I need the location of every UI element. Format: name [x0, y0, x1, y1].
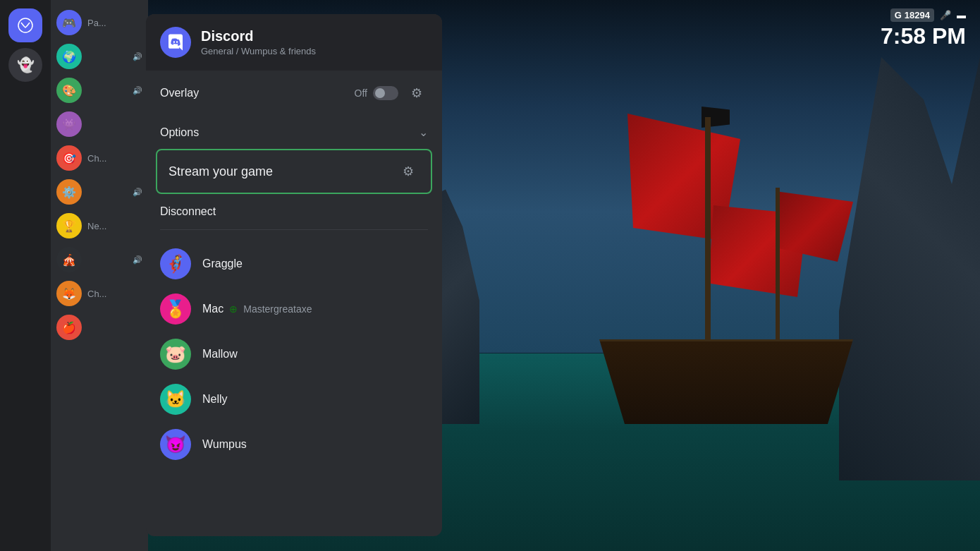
xbox-logo-icon: [18, 18, 33, 33]
stream-gear-icon: ⚙: [403, 164, 414, 179]
user-avatar-nelly: 🐱: [160, 384, 191, 415]
user-name-mac: Mac ⊕ Mastergreataxe: [202, 303, 312, 315]
user-item-mallow[interactable]: 🐷 Mallow: [146, 332, 442, 377]
options-label: Options: [160, 126, 419, 139]
user-name-wumpus: Wumpus: [202, 438, 247, 451]
toggle-off-label: Off: [355, 87, 367, 99]
sidebar-item-xbox[interactable]: [8, 8, 42, 42]
user-avatar-graggle: 🦸: [160, 248, 191, 279]
user-avatar-wumpus: 😈: [160, 429, 191, 460]
channel-entry-3[interactable]: 🎨 🔊: [51, 73, 148, 107]
mac-avatar-emoji: 🏅: [165, 299, 186, 319]
nelly-avatar-emoji: 🐱: [165, 389, 186, 409]
user-item-graggle[interactable]: 🦸 Graggle: [146, 241, 442, 286]
user-item-nelly[interactable]: 🐱 Nelly: [146, 377, 442, 422]
panel-title: Discord: [201, 28, 428, 44]
discord-overlay-panel: Discord General / Wumpus & friends Overl…: [146, 14, 442, 536]
user-name-nelly: Nelly: [202, 393, 228, 406]
status-bar: G 18294 🎤 ▬ 7:58 PM: [881, 8, 966, 47]
g-score-badge: G 18294: [890, 8, 934, 22]
toggle-container[interactable]: Off: [355, 86, 398, 100]
main-mast: [705, 117, 711, 343]
volume-icon-6: 🔊: [133, 188, 142, 197]
ghost-icon: 👻: [17, 56, 35, 73]
xbox-icon: ⊕: [229, 303, 238, 315]
channel-avatar-3: 🎨: [56, 78, 82, 103]
channel-entry-8[interactable]: 🎪 🔊: [51, 243, 148, 277]
volume-icon-8: 🔊: [133, 255, 142, 265]
g-letter: G: [895, 10, 902, 20]
discord-logo-icon: [166, 32, 185, 52]
toggle-knob: [375, 88, 385, 98]
pirate-ship: [578, 107, 874, 424]
options-row[interactable]: Options ⌄: [146, 116, 442, 149]
mallow-avatar-emoji: 🐷: [165, 344, 186, 364]
svg-point-0: [18, 18, 32, 32]
graggle-avatar-emoji: 🦸: [165, 254, 186, 274]
overlay-label: Overlay: [160, 87, 348, 99]
stream-settings-button[interactable]: ⚙: [397, 160, 419, 183]
channel-entry-6[interactable]: ⚙️ 🔊: [51, 175, 148, 209]
disconnect-row[interactable]: Disconnect: [146, 194, 442, 229]
channel-avatar-6: ⚙️: [56, 179, 82, 205]
overlay-row: Overlay Off ⚙: [146, 71, 442, 116]
channel-entry-1[interactable]: 🎮 Pa...: [51, 6, 148, 40]
stream-game-label: Stream your game: [169, 164, 397, 179]
mic-icon: 🎤: [940, 10, 951, 20]
channel-label-1: Pa...: [87, 18, 106, 28]
channel-label-5: Ch...: [87, 153, 106, 164]
user-name-graggle: Graggle: [202, 258, 243, 270]
status-icons: G 18294 🎤 ▬: [881, 8, 966, 22]
channel-avatar-10: 🍎: [56, 315, 82, 340]
user-avatar-mallow: 🐷: [160, 339, 191, 370]
channel-avatar-7: 🏆: [56, 213, 82, 238]
channel-entry-9[interactable]: 🦊 Ch...: [51, 277, 148, 310]
fore-mast: [776, 188, 780, 343]
overlay-settings-button[interactable]: ⚙: [405, 82, 428, 104]
icon-bar: 👻: [0, 0, 51, 551]
channel-avatar-9: 🦊: [56, 281, 82, 306]
user-item-wumpus[interactable]: 😈 Wumpus: [146, 422, 442, 467]
xbox-gamertag-mac: Mastergreataxe: [243, 303, 312, 315]
channel-entry-7[interactable]: 🏆 Ne...: [51, 209, 148, 243]
channel-avatar-4: 👾: [56, 111, 82, 137]
channel-label-9: Ch...: [87, 289, 106, 299]
panel-header: Discord General / Wumpus & friends: [146, 14, 442, 71]
stream-game-row[interactable]: Stream your game ⚙: [156, 149, 432, 194]
ship-hull: [599, 339, 853, 424]
channel-label-7: Ne...: [87, 221, 106, 231]
channel-list: 🎮 Pa... 🌍 🔊 🎨 🔊 👾 🎯 Ch... ⚙️ 🔊 🏆 Ne... 🎪: [51, 0, 148, 551]
channel-entry-10[interactable]: 🍎: [51, 310, 148, 344]
channel-avatar-8: 🎪: [56, 247, 82, 272]
channel-avatar-2: 🌍: [56, 44, 82, 69]
channel-entry-4[interactable]: 👾: [51, 107, 148, 141]
channel-avatar-1: 🎮: [56, 10, 82, 35]
overlay-toggle[interactable]: [373, 86, 398, 100]
battery-icon: ▬: [957, 10, 966, 20]
chevron-down-icon: ⌄: [419, 126, 428, 139]
discord-logo: [160, 27, 191, 58]
user-name-mallow: Mallow: [202, 348, 238, 361]
panel-header-text: Discord General / Wumpus & friends: [201, 28, 428, 56]
sidebar-panel: 👻 🎮 Pa... 🌍 🔊 🎨 🔊 👾 🎯 Ch... ⚙️ 🔊 🏆: [0, 0, 148, 551]
volume-icon-2: 🔊: [133, 52, 142, 61]
section-divider: [160, 229, 428, 230]
panel-content: Overlay Off ⚙ Options ⌄ Stream your game…: [146, 71, 442, 473]
panel-subtitle: General / Wumpus & friends: [201, 46, 428, 56]
channel-entry-2[interactable]: 🌍 🔊: [51, 40, 148, 73]
disconnect-label: Disconnect: [160, 205, 216, 217]
user-list: 🦸 Graggle 🏅 Mac ⊕ Mastergreataxe 🐷: [146, 236, 442, 473]
gear-icon: ⚙: [411, 85, 422, 101]
user-item-mac[interactable]: 🏅 Mac ⊕ Mastergreataxe: [146, 286, 442, 332]
volume-icon-3: 🔊: [133, 86, 142, 95]
channel-avatar-5: 🎯: [56, 145, 82, 171]
sidebar-item-ghost[interactable]: 👻: [8, 48, 42, 82]
score-value: 18294: [905, 10, 930, 20]
wumpus-avatar-emoji: 😈: [165, 435, 186, 454]
channel-entry-5[interactable]: 🎯 Ch...: [51, 141, 148, 175]
clock-display: 7:58 PM: [881, 25, 966, 47]
user-avatar-mac: 🏅: [160, 293, 191, 325]
